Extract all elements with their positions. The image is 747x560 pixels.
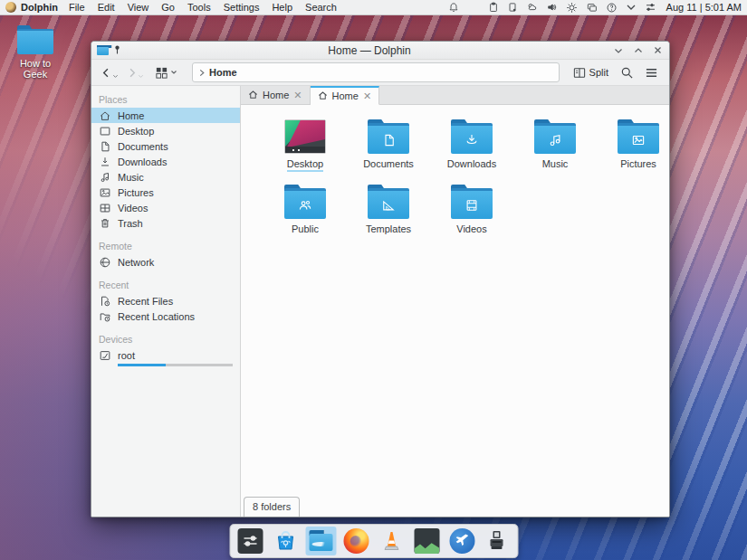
tab-bar: Home ✕ Home ✕ (241, 86, 669, 105)
device-notifier-icon[interactable] (507, 2, 518, 13)
firefox-icon (343, 528, 369, 554)
close-button[interactable] (654, 46, 662, 54)
folder-label: Pictures (620, 158, 656, 170)
home-icon (99, 109, 111, 122)
hamburger-menu-button[interactable] (641, 64, 662, 81)
sidebar-item-recent-files[interactable]: Recent Files (91, 293, 240, 308)
tab-close-icon[interactable]: ✕ (293, 90, 302, 101)
dolphin-icon (308, 528, 333, 554)
window-content: Places Home Desktop Documents Downloads … (91, 86, 669, 517)
status-bar: 8 folders (244, 497, 300, 517)
sidebar-item-pictures[interactable]: Pictures (91, 185, 240, 200)
brightness-icon[interactable] (566, 2, 578, 14)
folder-item-music[interactable]: Music (513, 114, 597, 172)
desktop-shortcut-label: How to Geek (7, 58, 63, 80)
forward-button[interactable] (124, 65, 146, 81)
places-header: Places (91, 90, 240, 108)
menubar-app-name: Dolphin (21, 2, 58, 13)
settings-sliders-icon (237, 528, 263, 554)
menu-search[interactable]: Search (305, 2, 337, 13)
tab-home-2[interactable]: Home ✕ (311, 86, 380, 105)
tab-home-icon (248, 90, 258, 101)
document-icon (99, 140, 111, 153)
tray-clock[interactable]: Aug 11 | 5:01 AM (666, 2, 742, 13)
desktop-shortcut-how-to-geek[interactable]: How to Geek (7, 25, 63, 80)
sidebar-item-recent-locations[interactable]: Recent Locations (91, 308, 240, 324)
tab-close-icon[interactable]: ✕ (363, 90, 371, 102)
sidebar-item-label: Downloads (118, 157, 167, 167)
root-usage-fill (118, 364, 166, 366)
menu-view[interactable]: View (128, 2, 149, 13)
sidebar-item-desktop[interactable]: Desktop (91, 123, 240, 138)
pin-icon[interactable] (113, 45, 121, 56)
weather-icon[interactable] (526, 2, 538, 13)
taskbar-image-viewer[interactable] (411, 527, 442, 555)
root-usage-bar (118, 364, 233, 366)
menu-settings[interactable]: Settings (224, 2, 260, 13)
download-icon (99, 156, 111, 168)
taskbar-discover[interactable] (270, 527, 301, 555)
split-button[interactable]: Split (569, 64, 613, 81)
taskbar-firefox[interactable] (340, 527, 371, 555)
sidebar-item-trash[interactable]: Trash (91, 215, 240, 231)
taskbar-settings[interactable] (235, 527, 265, 555)
expand-chevron-icon[interactable] (626, 3, 637, 12)
folder-item-templates[interactable]: Templates (347, 179, 430, 235)
folder-item-documents[interactable]: Documents (347, 114, 430, 172)
travel-airplane-icon (449, 528, 474, 554)
menu-tools[interactable]: Tools (187, 2, 211, 13)
titlebar[interactable]: Home — Dolphin (91, 42, 669, 60)
display-icon[interactable] (586, 2, 598, 13)
folder-item-videos[interactable]: Videos (430, 179, 513, 235)
folder-label: Videos (456, 223, 486, 235)
search-button[interactable] (617, 63, 637, 82)
folder-item-desktop[interactable]: Desktop (263, 114, 347, 172)
volume-icon[interactable] (546, 2, 558, 13)
folder-view[interactable]: Desktop Documents Downloads (241, 105, 669, 517)
taskbar-travel[interactable] (446, 527, 477, 555)
clipboard-icon[interactable] (488, 2, 499, 13)
desktop-folder-preview (284, 119, 326, 154)
maximize-button[interactable] (634, 47, 643, 54)
folder-label: Music (542, 158, 569, 170)
vlc-cone-icon (378, 528, 404, 554)
tab-home-1[interactable]: Home ✕ (241, 86, 311, 104)
folder-item-public[interactable]: Public (263, 179, 347, 235)
back-button[interactable] (99, 65, 120, 81)
sidebar-item-root[interactable]: root (91, 347, 240, 363)
dolphin-app-badge-icon (5, 2, 16, 13)
folder-label: Downloads (447, 158, 496, 170)
sidebar-item-label: Pictures (118, 187, 154, 198)
global-menubar: Dolphin File Edit View Go Tools Settings… (0, 0, 747, 15)
sidebar-item-documents[interactable]: Documents (91, 138, 240, 154)
menu-go[interactable]: Go (161, 2, 175, 13)
taskbar (229, 524, 518, 558)
menu-file[interactable]: File (69, 2, 85, 13)
sidebar-item-music[interactable]: Music (91, 169, 240, 185)
folder-downloads-icon (451, 119, 493, 154)
minimize-button[interactable] (614, 47, 623, 54)
taskbar-printer[interactable] (482, 527, 512, 555)
folder-item-downloads[interactable]: Downloads (430, 114, 513, 172)
breadcrumb-home[interactable]: Home (209, 67, 237, 78)
discover-bag-icon (273, 528, 298, 554)
taskbar-vlc[interactable] (376, 527, 407, 555)
menu-edit[interactable]: Edit (98, 2, 115, 13)
help-icon[interactable] (606, 2, 618, 14)
notifications-bell-icon[interactable] (448, 2, 459, 13)
sidebar-item-label: Network (118, 257, 154, 268)
sidebar-item-label: root (118, 350, 135, 361)
sidebar-item-home[interactable]: Home (91, 108, 240, 123)
location-bar[interactable]: Home (192, 62, 560, 82)
folder-item-pictures[interactable]: Pictures (597, 114, 669, 172)
sidebar-item-label: Home (118, 110, 144, 121)
taskbar-dolphin[interactable] (305, 527, 336, 555)
view-mode-button[interactable] (155, 66, 177, 80)
sidebar-item-network[interactable]: Network (91, 254, 240, 270)
sidebar-item-videos[interactable]: Videos (91, 200, 240, 215)
status-sliders-icon[interactable] (645, 2, 656, 13)
sidebar-item-downloads[interactable]: Downloads (91, 154, 240, 169)
window-buttons (614, 46, 664, 54)
dolphin-window: Home — Dolphin Home Split (91, 41, 670, 517)
menu-help[interactable]: Help (272, 2, 292, 13)
